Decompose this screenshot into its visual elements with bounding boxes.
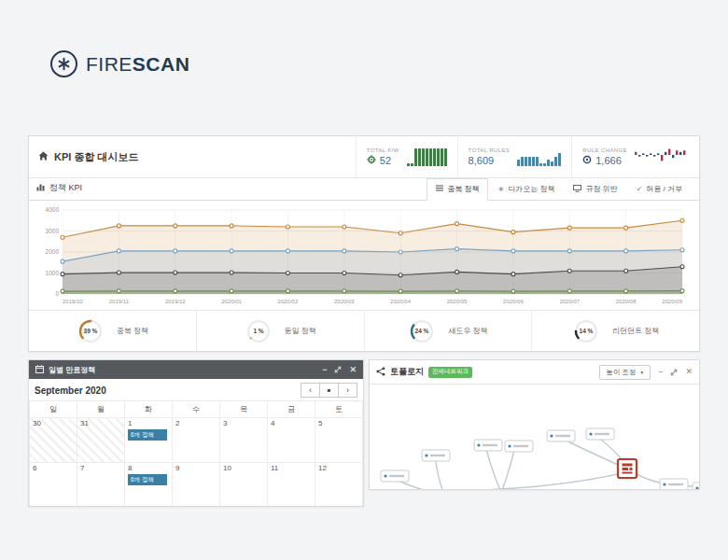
data-point[interactable] [61,289,64,293]
bar-chart-icon [36,183,45,193]
network-node[interactable] [586,428,614,440]
calendar-day-cell[interactable]: 30 [30,418,77,463]
data-point[interactable] [399,273,402,277]
calendar-day-cell[interactable]: 9 [173,463,220,508]
data-point[interactable] [230,289,233,293]
day-number: 30 [33,419,74,427]
network-node[interactable] [422,450,450,461]
data-point[interactable] [567,249,571,253]
data-point[interactable] [230,224,233,228]
data-point[interactable] [286,249,289,253]
rule-change-sparkline [635,147,689,167]
calendar-today-button[interactable]: ■ [319,383,339,398]
data-point[interactable] [567,269,571,273]
firewall-node[interactable] [618,459,637,478]
calendar-day-cell[interactable]: 5 [315,418,363,463]
data-point[interactable] [343,289,346,293]
topology-graph[interactable] [370,385,699,490]
calendar-day-cell[interactable]: 11 [268,463,315,508]
data-point[interactable] [567,226,571,230]
data-point[interactable] [511,273,515,276]
tab-2[interactable]: 규정 위반 [564,178,626,201]
network-node[interactable] [505,441,533,452]
data-point[interactable] [61,273,64,276]
expiry-policy-badge[interactable]: 6개 정책 [128,474,167,485]
data-point[interactable] [511,249,515,253]
data-point[interactable] [624,226,628,230]
data-point[interactable] [511,289,515,293]
data-point[interactable] [680,218,684,222]
calendar-next-button[interactable]: › [338,383,357,398]
tab-1[interactable]: ∗다가오는 정책 [488,178,564,201]
data-point[interactable] [117,271,120,274]
network-node[interactable] [660,479,688,490]
sparkline-bar [532,157,535,165]
data-point[interactable] [455,289,459,293]
sparkline-bar [539,163,542,165]
calendar-day-cell[interactable]: 16개 정책 [125,418,173,463]
data-point[interactable] [399,231,402,235]
data-point[interactable] [230,271,233,274]
calendar-day-cell[interactable]: 6 [30,463,77,508]
page-title: KPI 종합 대시보드 [38,136,138,177]
data-point[interactable] [117,289,120,293]
data-point[interactable] [680,248,684,252]
data-point[interactable] [286,289,289,293]
data-point[interactable] [399,250,402,254]
calendar-day-cell[interactable]: 7 [77,463,125,508]
calendar-day-cell[interactable]: 12 [315,463,363,508]
kpi-card: KPI 종합 대시보드 TOTAL F/W [28,135,700,352]
calendar-day-cell[interactable]: 31 [77,418,125,463]
data-point[interactable] [286,272,289,275]
data-point[interactable] [455,247,459,251]
data-point[interactable] [117,224,120,228]
expand-icon[interactable] [670,369,678,376]
calendar-day-cell[interactable]: 2 [173,418,220,463]
data-point[interactable] [230,249,233,253]
network-node[interactable] [381,470,409,482]
minimize-icon[interactable]: − [322,366,327,374]
data-point[interactable] [117,249,120,253]
calendar-day-cell[interactable]: 86개 정책 [125,463,173,508]
network-node[interactable] [474,440,502,451]
network-node[interactable] [547,430,575,441]
data-point[interactable] [286,225,289,229]
dashboard: KPI 종합 대시보드 TOTAL F/W [28,135,700,507]
data-point[interactable] [61,235,64,239]
data-point[interactable] [343,272,346,275]
data-point[interactable] [567,289,571,293]
data-point[interactable] [680,265,684,269]
data-point[interactable] [680,289,684,293]
calendar-prev-button[interactable]: ‹ [301,383,320,398]
calendar-day-cell[interactable]: 4 [268,418,315,463]
data-point[interactable] [174,249,177,253]
network-node[interactable] [693,483,699,490]
data-point[interactable] [511,231,515,234]
firescan-logo: FIRESCAN [50,50,189,77]
tab-0[interactable]: 중복 정책 [427,178,488,201]
data-point[interactable] [343,249,346,253]
day-number: 4 [271,419,312,427]
svg-text:1 %: 1 % [253,328,263,334]
calendar-day-cell[interactable]: 10 [220,463,268,508]
data-point[interactable] [455,270,459,273]
data-point[interactable] [624,269,628,273]
winloss-sparkline [635,147,689,163]
data-point[interactable] [61,259,64,263]
close-icon[interactable]: ✕ [685,368,693,376]
data-point[interactable] [174,224,177,228]
data-point[interactable] [455,222,459,226]
minimize-icon[interactable]: − [658,368,663,376]
tab-3[interactable]: ✓허용 / 거부 [627,178,692,201]
data-point[interactable] [343,225,346,229]
data-point[interactable] [399,289,402,293]
data-point[interactable] [174,271,177,274]
close-icon[interactable]: ✕ [349,366,357,374]
data-point[interactable] [174,289,177,293]
height-adjust-dropdown[interactable]: 높이 조정 ▼ [599,365,651,380]
calendar-day-cell[interactable]: 3 [220,418,268,463]
data-point[interactable] [624,289,628,293]
expand-icon[interactable] [334,366,342,373]
data-point[interactable] [624,249,628,253]
expiry-policy-badge[interactable]: 6개 정책 [128,429,167,441]
